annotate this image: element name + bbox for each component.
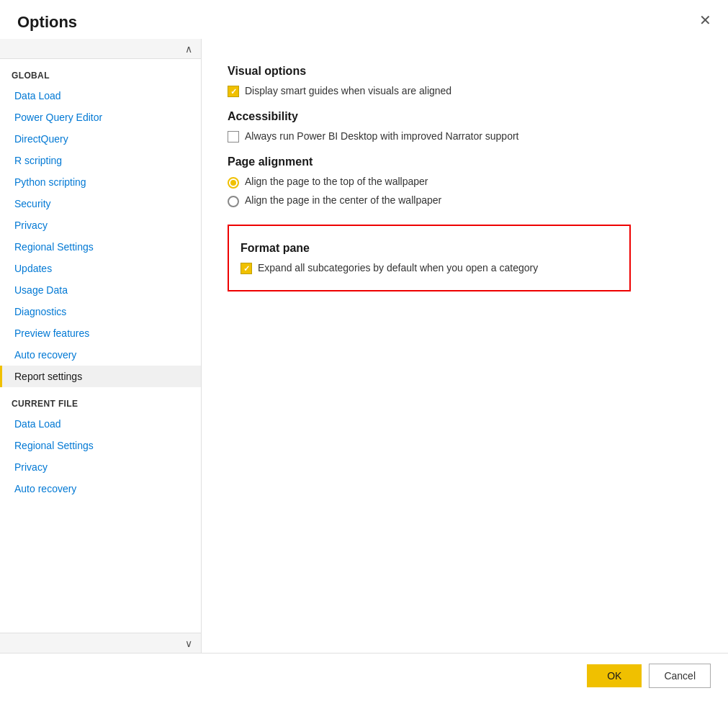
sidebar-item-data-load[interactable]: Data Load — [0, 85, 201, 107]
align-top-label[interactable]: Align the page to the top of the wallpap… — [245, 176, 428, 187]
sidebar-item-cf-regional-settings[interactable]: Regional Settings — [0, 435, 201, 456]
narrator-support-checkbox[interactable] — [228, 131, 239, 143]
sidebar-item-r-scripting[interactable]: R scripting — [0, 150, 201, 171]
sidebar-item-regional-settings[interactable]: Regional Settings — [0, 236, 201, 258]
scroll-down-button[interactable]: ∨ — [0, 633, 201, 653]
expand-subcategories-checkbox[interactable] — [241, 263, 252, 274]
smart-guides-checkbox[interactable] — [228, 86, 239, 97]
dialog-title: Options — [17, 13, 77, 32]
align-center-label[interactable]: Align the page in the center of the wall… — [245, 194, 441, 206]
visual-options-title: Visual options — [228, 65, 702, 78]
sidebar: ∧ GLOBAL Data Load Power Query Editor Di… — [0, 39, 202, 653]
main-content: Visual options Display smart guides when… — [202, 39, 728, 653]
chevron-up-icon: ∧ — [185, 43, 192, 55]
sidebar-item-preview-features[interactable]: Preview features — [0, 322, 201, 344]
ok-button[interactable]: OK — [587, 664, 642, 687]
dialog-body: ∧ GLOBAL Data Load Power Query Editor Di… — [0, 39, 728, 653]
narrator-support-label[interactable]: Always run Power BI Desktop with improve… — [245, 130, 518, 142]
align-top-option: Align the page to the top of the wallpap… — [228, 176, 702, 189]
visual-options-section: Visual options Display smart guides when… — [228, 65, 702, 97]
page-alignment-title: Page alignment — [228, 155, 702, 168]
format-pane-title: Format pane — [241, 242, 618, 255]
scroll-up-button[interactable]: ∧ — [0, 39, 201, 59]
accessibility-section: Accessibility Always run Power BI Deskto… — [228, 110, 702, 143]
cancel-button[interactable]: Cancel — [649, 664, 711, 688]
sidebar-item-diagnostics[interactable]: Diagnostics — [0, 301, 201, 322]
sidebar-item-report-settings[interactable]: Report settings — [0, 366, 201, 387]
sidebar-item-cf-auto-recovery[interactable]: Auto recovery — [0, 478, 201, 499]
align-center-option: Align the page in the center of the wall… — [228, 194, 702, 207]
sidebar-item-security[interactable]: Security — [0, 193, 201, 214]
page-alignment-section: Page alignment Align the page to the top… — [228, 155, 702, 207]
dialog-header: Options ✕ — [0, 0, 728, 39]
expand-subcategories-label[interactable]: Expand all subcategories by default when… — [258, 262, 538, 273]
current-file-section-label: CURRENT FILE — [0, 387, 201, 413]
sidebar-item-directquery[interactable]: DirectQuery — [0, 128, 201, 150]
sidebar-item-usage-data[interactable]: Usage Data — [0, 279, 201, 301]
align-center-radio[interactable] — [228, 196, 239, 207]
dialog-footer: OK Cancel — [0, 653, 728, 701]
chevron-down-icon: ∨ — [185, 638, 192, 649]
expand-subcategories-option: Expand all subcategories by default when… — [241, 262, 618, 274]
sidebar-item-cf-privacy[interactable]: Privacy — [0, 456, 201, 478]
smart-guides-label[interactable]: Display smart guides when visuals are al… — [245, 85, 451, 96]
accessibility-title: Accessibility — [228, 110, 702, 123]
close-button[interactable]: ✕ — [695, 10, 715, 30]
sidebar-item-privacy[interactable]: Privacy — [0, 214, 201, 236]
smart-guides-option: Display smart guides when visuals are al… — [228, 85, 702, 97]
align-top-radio[interactable] — [228, 177, 239, 189]
global-section-label: GLOBAL — [0, 59, 201, 85]
sidebar-item-updates[interactable]: Updates — [0, 258, 201, 279]
sidebar-item-cf-data-load[interactable]: Data Load — [0, 413, 201, 435]
sidebar-scroll-area[interactable]: GLOBAL Data Load Power Query Editor Dire… — [0, 59, 201, 633]
options-dialog: Options ✕ ∧ GLOBAL Data Load Power Query… — [0, 0, 728, 701]
narrator-support-option: Always run Power BI Desktop with improve… — [228, 130, 702, 143]
sidebar-item-python-scripting[interactable]: Python scripting — [0, 171, 201, 193]
format-pane-section: Format pane Expand all subcategories by … — [228, 225, 631, 291]
sidebar-item-power-query-editor[interactable]: Power Query Editor — [0, 107, 201, 128]
sidebar-item-auto-recovery[interactable]: Auto recovery — [0, 344, 201, 366]
